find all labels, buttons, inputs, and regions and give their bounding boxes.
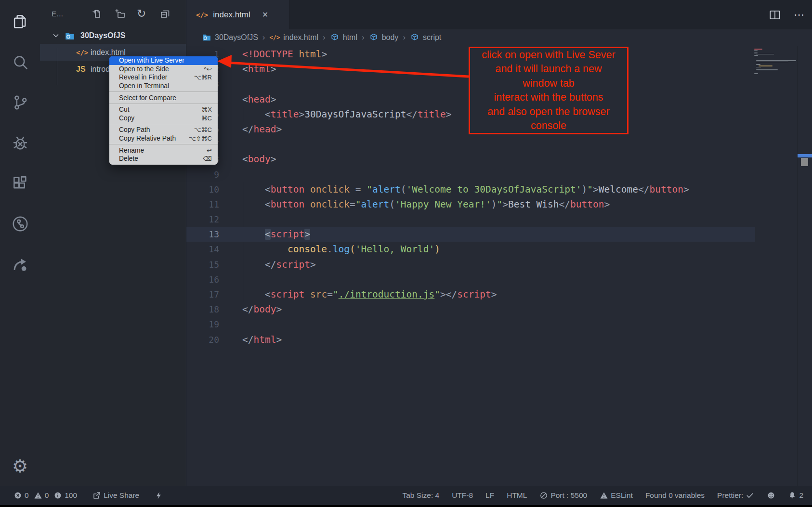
status-live-share[interactable]: Live Share: [92, 491, 139, 500]
status-found-0-variables[interactable]: Found 0 variables: [645, 491, 705, 500]
status-0[interactable]: 0: [13, 491, 29, 500]
breadcrumb-body[interactable]: body: [369, 33, 399, 42]
code-line-14: 14 console.log('Hello, World'): [186, 242, 812, 257]
tab-label: index.html: [213, 10, 250, 20]
code-line-20: 20</html>: [186, 332, 812, 347]
status-2[interactable]: 2: [788, 491, 803, 500]
minimap-line: [754, 55, 758, 56]
explorer-header: E... ↻: [40, 0, 186, 27]
line-number: 20: [186, 332, 219, 347]
warning-icon: [34, 491, 42, 500]
status-lightning[interactable]: [155, 491, 163, 500]
line-number: 11: [186, 197, 219, 212]
menu-item-open-with-live-server[interactable]: Open with Live Server: [109, 56, 218, 65]
activity-explorer-button[interactable]: [0, 1, 40, 42]
menu-item-open-to-the-side[interactable]: Open to the Side^↩: [109, 65, 218, 74]
tree-root-30daysofjs[interactable]: 30DaysOfJS: [40, 27, 186, 44]
folder-icon: [64, 31, 76, 40]
minimap-line: [759, 65, 773, 66]
code-line-11: 11 <button onclick="alert('Happy New Yea…: [186, 197, 812, 212]
menu-item-open-in-terminal[interactable]: Open in Terminal: [109, 82, 218, 91]
status-utf-8[interactable]: UTF-8: [452, 491, 473, 500]
code-line-10: 10 <button onclick = "alert('Welcome to …: [186, 182, 812, 197]
breadcrumb-30DaysOfJS[interactable]: 30DaysOfJS: [202, 33, 258, 42]
activity-search-button[interactable]: [0, 42, 40, 82]
gitlens-icon: [11, 215, 29, 233]
refresh-icon: ↻: [137, 8, 148, 20]
status-tab-size-4[interactable]: Tab Size: 4: [402, 491, 439, 500]
close-icon[interactable]: ✕: [262, 10, 268, 19]
menu-separator: [109, 91, 218, 92]
code-line-15: 15 </script>: [186, 257, 812, 272]
menu-item-copy-relative-path[interactable]: Copy Relative Path⌥⇧⌘C: [109, 134, 218, 143]
line-number: 16: [186, 272, 219, 287]
explorer-actions: ↻: [91, 8, 171, 20]
context-menu: Open with Live ServerOpen to the Side^↩R…: [109, 56, 218, 165]
menu-item-copy-path[interactable]: Copy Path⌥⌘C: [109, 126, 218, 134]
minimap-line: [754, 71, 758, 72]
warning-icon: [600, 491, 608, 500]
js-file-icon: JS: [76, 65, 86, 74]
minimap-line: [754, 50, 758, 51]
smiley-icon: [767, 491, 775, 500]
chevron-down-icon: [52, 31, 60, 40]
annotation-text: and it will launch a new: [495, 62, 602, 77]
settings-gear-button[interactable]: ⚙: [12, 457, 28, 475]
cube-icon: [330, 33, 340, 42]
breadcrumb-html[interactable]: html: [330, 33, 357, 42]
code-line-18: 18</body>: [186, 302, 812, 317]
menu-item-cut[interactable]: Cut⌘X: [109, 105, 218, 114]
new-file-icon: [92, 8, 103, 20]
scrollbar-handle[interactable]: [801, 158, 808, 166]
status-eslint[interactable]: ESLint: [600, 491, 633, 500]
status-port-5500[interactable]: Port : 5500: [539, 491, 587, 500]
menu-item-reveal-in-finder[interactable]: Reveal in Finder⌥⌘R: [109, 73, 218, 82]
more-actions-button[interactable]: ⋯: [794, 9, 805, 21]
status-html[interactable]: HTML: [507, 491, 527, 500]
minimap-line: [754, 73, 758, 74]
split-editor-button[interactable]: [769, 9, 781, 21]
line-number: 14: [186, 242, 219, 257]
activity-source-control-button[interactable]: [0, 82, 40, 123]
new-file-button[interactable]: [91, 8, 104, 20]
annotation-text: console: [531, 119, 566, 133]
overview-ruler-border: [797, 46, 798, 486]
menu-shortcut: ⌥⇧⌘C: [189, 135, 212, 142]
lightning-icon: [155, 491, 163, 500]
menu-item-copy[interactable]: Copy⌘C: [109, 114, 218, 123]
breadcrumb: 30DaysOfJS›</>index.html›html›body›scrip…: [186, 29, 812, 46]
status-0[interactable]: 0: [34, 491, 49, 500]
activity-debug-button[interactable]: [0, 123, 40, 163]
refresh-button[interactable]: ↻: [136, 8, 149, 20]
menu-item-select-for-compare[interactable]: Select for Compare: [109, 93, 218, 102]
activity-live-share-button[interactable]: [0, 244, 40, 285]
menu-item-rename[interactable]: Rename↩: [109, 146, 218, 155]
breadcrumb-script[interactable]: script: [410, 33, 441, 42]
activity-gitlens-button[interactable]: [0, 204, 40, 244]
collapse-all-button[interactable]: [159, 8, 171, 20]
vscode-window: ⚙ E... ↻ 30DaysOfJS </>index.htmlJSintro…: [0, 0, 812, 507]
file-label: index.html: [91, 48, 126, 57]
annotation-text: click on open with Live Sever: [482, 48, 615, 63]
port-icon: [539, 491, 548, 500]
menu-item-delete[interactable]: Delete⌫: [109, 155, 218, 163]
status-smiley[interactable]: [767, 491, 775, 500]
tab-index-html[interactable]: </> index.html ✕: [186, 0, 290, 29]
window-bottom-edge: [0, 505, 812, 507]
new-folder-button[interactable]: [114, 8, 126, 20]
error-icon: [13, 491, 22, 500]
code-line-19: 19: [186, 317, 812, 332]
breadcrumb-index-html[interactable]: </>index.html: [269, 33, 318, 42]
minimap[interactable]: [754, 49, 796, 75]
debug-icon: [11, 134, 29, 152]
line-number: 9: [186, 167, 219, 182]
menu-separator: [109, 124, 218, 124]
status-prettier-[interactable]: Prettier:: [717, 491, 754, 500]
status-100[interactable]: 100: [53, 491, 77, 500]
split-editor-icon: [769, 9, 781, 21]
status-lf[interactable]: LF: [485, 491, 494, 500]
activity-extensions-button[interactable]: [0, 163, 40, 204]
line-number: 12: [186, 212, 219, 227]
menu-shortcut: ⌘X: [201, 106, 212, 113]
minimap-line: [754, 52, 758, 53]
